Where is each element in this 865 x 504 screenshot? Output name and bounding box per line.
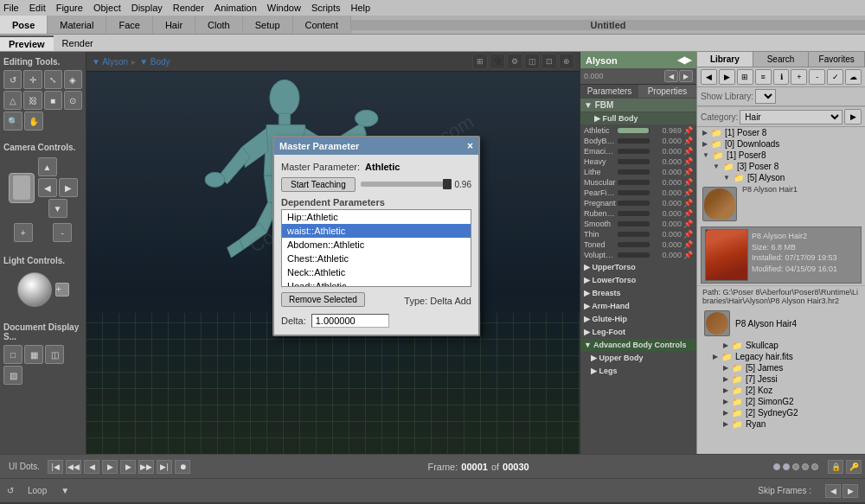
display-btn2[interactable]: ▦ [24, 345, 43, 364]
viewport-btn2[interactable]: 🎥 [490, 54, 505, 69]
param-muscular-slider[interactable] [618, 180, 650, 185]
params-full-body[interactable]: ▶ Full Body [580, 112, 696, 124]
loop-toggle[interactable]: ▼ [61, 486, 69, 495]
lib-item-poser8-1[interactable]: ▶ 📁 [1] Poser 8 [697, 127, 865, 138]
viewport-btn5[interactable]: ⊡ [541, 54, 557, 69]
lib-item-koz[interactable]: ▶ 📁 [2] Koz [718, 385, 865, 396]
param-lithe-slider[interactable] [618, 169, 650, 175]
camera-face-control[interactable] [9, 173, 35, 203]
lib-item-james[interactable]: ▶ 📁 [5] James [718, 362, 865, 373]
lib-item-poser8-sub[interactable]: ▼ 📁 [3] Poser 8 [708, 161, 865, 172]
camera-down[interactable]: ▼ [48, 199, 67, 218]
params-glute-hip[interactable]: ▶ Glute-Hip [580, 313, 696, 325]
param-rubenesque-pin[interactable]: 📌 [683, 209, 693, 218]
tool-chain-break[interactable]: ⛓ [23, 91, 42, 110]
tl-dot-2[interactable] [783, 463, 790, 470]
camera-zoom-in[interactable]: + [14, 223, 33, 242]
menu-scripts[interactable]: Scripts [311, 3, 341, 13]
param-bodybuilder-pin[interactable]: 📌 [683, 137, 693, 145]
tl-next[interactable]: ▶▶ [138, 460, 154, 474]
remove-selected-button[interactable]: Remove Selected [281, 292, 365, 307]
param-lithe-pin[interactable]: 📌 [683, 168, 693, 176]
tool-scale[interactable]: ⤡ [44, 70, 62, 89]
tl-prev[interactable]: ◀◀ [66, 460, 81, 474]
modal-close-button[interactable]: × [467, 140, 473, 152]
skip-down-btn[interactable]: ◀ [825, 484, 841, 498]
display-btn1[interactable]: □ [3, 345, 22, 364]
tl-lock[interactable]: 🔒 [828, 460, 843, 474]
params-advanced-body[interactable]: ▼ Advanced Body Controls [580, 339, 696, 351]
tl-dot-3[interactable] [792, 463, 799, 470]
lib-btn-grid[interactable]: ⊞ [737, 69, 753, 85]
tab-material[interactable]: Material [48, 16, 106, 34]
viewport-btn4[interactable]: ◫ [524, 54, 540, 69]
params-breasts[interactable]: ▶ Breasts [580, 287, 696, 299]
param-voluptuous-pin[interactable]: 📌 [683, 251, 693, 259]
param-pearfigure-slider[interactable] [618, 190, 650, 195]
tool-direct-manip[interactable]: ✋ [24, 112, 43, 131]
tl-key[interactable]: 🔑 [846, 460, 862, 474]
menu-object[interactable]: Object [93, 3, 121, 13]
param-heavy-pin[interactable]: 📌 [683, 157, 693, 166]
skip-up-btn[interactable]: ▶ [843, 484, 858, 498]
param-thin-pin[interactable]: 📌 [683, 230, 693, 239]
preview-tab[interactable]: Preview [0, 35, 54, 51]
lib-item-skullcap[interactable]: ▶ 📁 Skullcap [718, 340, 865, 351]
light-sphere[interactable] [17, 272, 52, 307]
tl-dot-1[interactable] [773, 463, 780, 470]
param-toned-pin[interactable]: 📌 [683, 240, 693, 249]
tab-cloth[interactable]: Cloth [195, 16, 243, 34]
menu-render[interactable]: Render [173, 3, 204, 13]
camera-zoom-out[interactable]: - [53, 223, 72, 242]
tl-step-fwd[interactable]: ▶ [120, 460, 136, 474]
lib-item-downloads[interactable]: ▶ 📁 [0] Downloads [697, 138, 865, 150]
tab-content[interactable]: Content [293, 16, 352, 34]
lib-item-jessi[interactable]: ▶ 📁 [7] Jessi [718, 373, 865, 385]
tl-begin[interactable]: |◀ [48, 460, 63, 474]
params-group-fbm[interactable]: ▼ FBM [580, 99, 696, 112]
lib-btn-remove[interactable]: - [809, 69, 825, 85]
camera-up[interactable]: ▲ [38, 157, 57, 176]
param-emaciated-slider[interactable] [618, 149, 650, 154]
lib-btn-next[interactable]: ▶ [719, 69, 735, 85]
param-bodybuilder-slider[interactable] [618, 138, 650, 144]
lib-item-ryan[interactable]: ▶ 📁 Ryan [718, 418, 865, 430]
lib-item-legacy[interactable]: ▶ 📁 Legacy hair.fits [708, 351, 865, 362]
dep-item-neck[interactable]: Neck::Athletic [282, 265, 471, 279]
lib-btn-prev[interactable]: ◀ [701, 69, 717, 85]
delta-input[interactable] [311, 314, 389, 328]
tool-camera[interactable]: ⊙ [64, 91, 82, 110]
lib-item-poser8-2[interactable]: ▼ 📁 [1] Poser8 [697, 150, 865, 161]
lib-item-alyson[interactable]: ▼ 📁 [5] Alyson [718, 172, 865, 183]
hair2-selected-row[interactable]: P8 Alyson Hair2 Size: 6.8 MB Installed: … [701, 226, 862, 284]
tab-setup[interactable]: Setup [243, 16, 293, 34]
dep-item-waist[interactable]: waist::Athletic [282, 224, 471, 238]
viewport-btn3[interactable]: ⚙ [507, 54, 522, 69]
breadcrumb-body[interactable]: ▼ Body [139, 57, 170, 67]
param-toned-slider[interactable] [618, 242, 650, 247]
params-tab-properties[interactable]: Properties [638, 85, 696, 98]
param-emaciated-pin[interactable]: 📌 [683, 147, 693, 156]
params-upper-torso[interactable]: ▶ UpperTorso [580, 261, 696, 273]
tl-step-back[interactable]: ◀ [84, 460, 99, 474]
display-btn4[interactable]: ▧ [3, 366, 22, 385]
params-upper-body[interactable]: ▶ Upper Body [580, 352, 696, 364]
param-voluptuous-slider[interactable] [618, 252, 650, 258]
lib-item-hair3[interactable]: P8 Alyson Hair4 [697, 307, 865, 340]
dep-item-head[interactable]: Head::Athletic [282, 279, 471, 287]
params-leg-foot[interactable]: ▶ Leg-Foot [580, 326, 696, 338]
param-smooth-slider[interactable] [618, 221, 650, 226]
param-athletic-slider[interactable] [618, 128, 650, 133]
tool-translate[interactable]: ✛ [23, 70, 42, 89]
category-more-btn[interactable]: ▶ [844, 109, 862, 124]
dep-item-abdomen[interactable]: Abdomen::Athletic [282, 238, 471, 252]
param-heavy-slider[interactable] [618, 159, 650, 164]
lib-btn-list[interactable]: ≡ [755, 69, 772, 85]
params-arm-hand[interactable]: ▶ Arm-Hand [580, 300, 696, 312]
tool-magnify[interactable]: 🔍 [3, 112, 22, 131]
params-arrows[interactable]: ◀▶ [677, 54, 691, 66]
start-teaching-button[interactable]: Start Teaching [281, 177, 356, 192]
menu-help[interactable]: Help [351, 3, 371, 13]
lib-tab-library[interactable]: Library [697, 52, 753, 67]
lib-btn-add[interactable]: + [791, 69, 807, 85]
